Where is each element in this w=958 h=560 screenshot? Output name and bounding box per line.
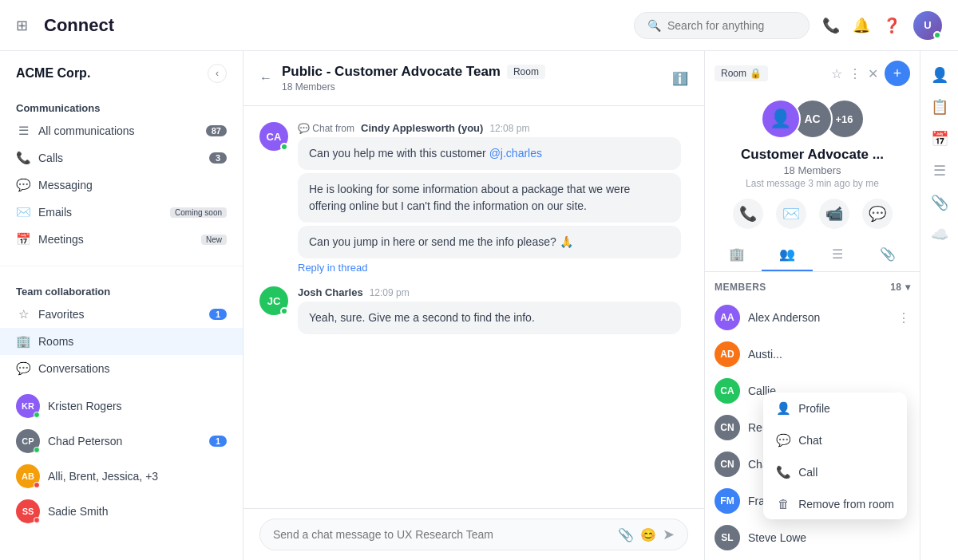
conv-badge: 1: [209, 436, 227, 447]
sidebar-conversation-item[interactable]: SS Sadie Smith: [0, 494, 243, 529]
rp-tab-tasks[interactable]: ☰: [813, 239, 863, 271]
conv-avatar: SS: [16, 499, 40, 523]
communications-section: Communications ☰ All communications 87 📞…: [0, 89, 243, 259]
star-button[interactable]: ☆: [831, 66, 842, 81]
rp-tabs: 🏢 👥 ☰ 📎: [705, 239, 920, 272]
reply-thread-button[interactable]: Reply in thread: [298, 262, 688, 274]
member-name: Alex Anderson: [748, 311, 889, 324]
user-avatar-container[interactable]: U: [913, 11, 942, 40]
sidebar-item-messaging[interactable]: 💬 Messaging: [0, 172, 243, 199]
more-options-button[interactable]: ⋮: [849, 66, 861, 81]
context-menu-remove-from-room[interactable]: 🗑Remove from room: [763, 488, 907, 519]
rp-tab-members[interactable]: 👥: [762, 239, 812, 271]
app-title: Connect: [44, 15, 621, 36]
search-input[interactable]: [667, 19, 795, 32]
meetings-new: New: [201, 235, 227, 245]
conv-status: [34, 482, 40, 488]
sidebar-item-conversations[interactable]: 💬 Conversations: [0, 355, 243, 382]
conv-status: [34, 412, 40, 418]
context-menu-call[interactable]: 📞Call: [763, 456, 907, 488]
add-button[interactable]: +: [885, 61, 910, 86]
close-panel-button[interactable]: ✕: [868, 66, 878, 81]
video-action-button[interactable]: 📹: [819, 199, 849, 229]
rp-tab-files[interactable]: 📎: [863, 239, 913, 271]
attachment-icon[interactable]: 📎: [618, 527, 634, 542]
chat-header: ← Public - Customer Advocate Team Room 1…: [243, 51, 704, 106]
conversations-label: Conversations: [38, 362, 227, 375]
chat-input[interactable]: [273, 528, 612, 541]
right-sidebar-icons: 👤 📋 📅 ☰ 📎 ☁️: [920, 51, 958, 560]
chat-action-button[interactable]: 💬: [862, 199, 893, 229]
notifications-button[interactable]: 🔔: [853, 17, 870, 34]
back-button[interactable]: ←: [259, 71, 272, 85]
message-bubble-4: Yeah, sure. Give me a second to find the…: [298, 302, 681, 334]
emoji-icon[interactable]: 😊: [640, 527, 656, 542]
email-action-button[interactable]: ✉️: [776, 199, 806, 229]
rp-room-name: Customer Advocate ...: [741, 147, 884, 163]
sidebar-item-all-communications[interactable]: ☰ All communications 87: [0, 117, 243, 144]
table-icon-button[interactable]: 📋: [925, 93, 954, 121]
main-layout: ACME Corp. ‹ Communications ☰ All commun…: [0, 51, 958, 560]
member-item[interactable]: AD Austi...: [715, 336, 910, 373]
member-avatar: SL: [715, 525, 740, 550]
member-item[interactable]: SL Steve Lowe: [715, 519, 910, 556]
messaging-icon: 💬: [16, 178, 30, 192]
help-button[interactable]: ❓: [883, 17, 901, 34]
sidebar-item-rooms[interactable]: 🏢 Rooms: [0, 328, 243, 355]
conv-name: Alli, Brent, Jessica, +3: [48, 470, 227, 483]
paperclip-icon-button[interactable]: 📎: [925, 188, 954, 217]
message-sender-2: Josh Charles: [298, 286, 363, 298]
search-bar: 🔍: [634, 12, 810, 39]
message-avatar: CA: [259, 122, 288, 151]
sidebar-item-calls[interactable]: 📞 Calls 3: [0, 144, 243, 172]
sidebar-item-emails[interactable]: ✉️ Emails Coming soon: [0, 199, 243, 226]
left-sidebar: ACME Corp. ‹ Communications ☰ All commun…: [0, 51, 243, 560]
calls-icon: 📞: [16, 151, 30, 165]
rp-profile-area: 👤 AC +16 Customer Advocate ... 18 Member…: [705, 93, 920, 239]
sidebar-conversation-item[interactable]: AB Alli, Brent, Jessica, +3: [0, 459, 243, 494]
sidebar-item-meetings[interactable]: 📅 Meetings New: [0, 226, 243, 253]
user-online-indicator: [933, 31, 941, 39]
mention: @j.charles: [489, 147, 542, 160]
context-menu-items: 👤Profile💬Chat📞Call🗑Remove from room: [763, 392, 907, 519]
rp-actions: 📞 ✉️ 📹 💬: [733, 199, 893, 229]
member-more-button[interactable]: ⋮: [897, 310, 910, 325]
conv-avatar: KR: [16, 394, 40, 418]
info-icon[interactable]: ℹ️: [672, 71, 688, 86]
member-avatar: AA: [715, 305, 740, 330]
member-name: Austi...: [748, 348, 910, 361]
context-menu-chat[interactable]: 💬Chat: [763, 424, 907, 456]
ctx-label: Remove from room: [798, 498, 894, 511]
conv-status: [34, 447, 40, 453]
sidebar-conversation-item[interactable]: KR Kristen Rogers: [0, 388, 243, 424]
context-menu-profile[interactable]: 👤Profile: [763, 392, 907, 424]
ctx-icon: 🗑: [776, 497, 790, 511]
rp-members-header: MEMBERS 18 ▾: [715, 282, 910, 293]
ctx-label: Call: [798, 466, 817, 479]
meetings-label: Meetings: [38, 233, 193, 246]
member-item[interactable]: AA Alex Anderson ⋮: [715, 299, 910, 336]
meetings-icon: 📅: [16, 232, 30, 246]
sidebar-conversation-item[interactable]: CP Chad Peterson 1: [0, 424, 243, 459]
calendar-icon-button[interactable]: 📅: [925, 124, 954, 153]
sidebar-collapse-button[interactable]: ‹: [208, 64, 227, 83]
phone-nav-button[interactable]: 📞: [822, 17, 840, 34]
rp-room-badge: Room 🔒: [715, 65, 768, 81]
message-group: CA 💬 Chat from Cindy Applesworth (you) 1…: [259, 122, 688, 274]
rp-members-count: 18 Members: [783, 164, 841, 176]
rp-tab-info[interactable]: 🏢: [711, 239, 762, 271]
sidebar-item-favorites[interactable]: ☆ Favorites 1: [0, 301, 243, 328]
list-icon-button[interactable]: ☰: [925, 156, 954, 185]
member-avatar: FM: [715, 488, 740, 514]
chat-input-container: 📎 😊 ➤: [259, 519, 688, 550]
member-name: Steve Lowe: [748, 531, 910, 544]
send-button[interactable]: ➤: [663, 526, 675, 543]
call-action-button[interactable]: 📞: [733, 199, 763, 229]
message-bubble-3: Can you jump in here or send me the info…: [298, 226, 681, 258]
room-badge: Room: [507, 65, 545, 79]
contacts-icon-button[interactable]: 👤: [925, 61, 954, 89]
conv-name: Kristen Rogers: [48, 400, 227, 412]
chat-title: Public - Customer Advocate Team Room: [282, 64, 663, 80]
cloud-icon-button[interactable]: ☁️: [925, 220, 954, 249]
rp-last-msg: Last message 3 min ago by me: [746, 178, 879, 189]
